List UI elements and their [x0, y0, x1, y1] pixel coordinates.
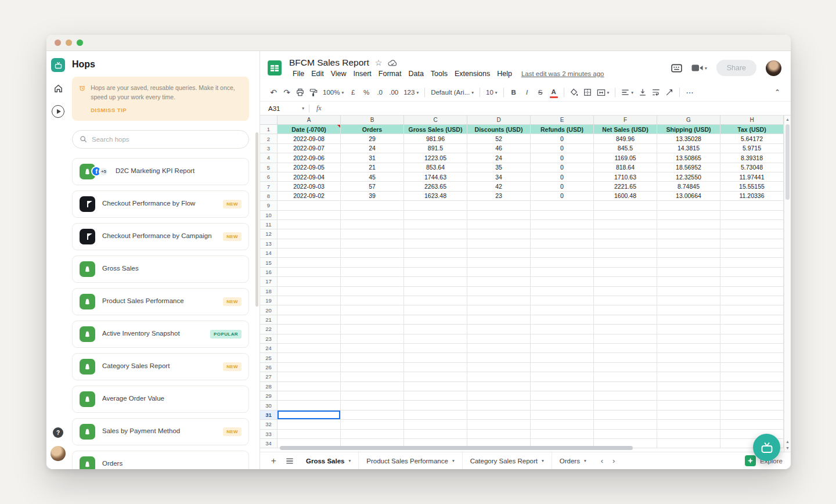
vertical-align-button[interactable] — [636, 85, 649, 99]
cell-E17[interactable] — [531, 277, 594, 286]
cell-B17[interactable] — [341, 277, 404, 286]
row-header-1[interactable]: 1 — [260, 125, 278, 134]
search-box[interactable] — [72, 130, 249, 149]
cell-G12[interactable] — [657, 229, 720, 239]
cell-B1[interactable]: Orders — [341, 125, 404, 134]
cell-C22[interactable] — [404, 325, 467, 334]
cell-C7[interactable]: 2263.65 — [404, 182, 467, 191]
cell-A33[interactable] — [278, 430, 341, 439]
close-window-button[interactable] — [55, 39, 61, 46]
column-header-G[interactable]: G — [657, 116, 720, 125]
home-icon[interactable] — [51, 81, 65, 95]
cell-F18[interactable] — [594, 287, 657, 296]
scroll-tabs-right-icon[interactable]: › — [612, 456, 615, 465]
cell-G24[interactable] — [657, 344, 720, 353]
cell-E33[interactable] — [531, 430, 594, 439]
cell-B18[interactable] — [341, 287, 404, 296]
cell-A9[interactable] — [278, 201, 341, 210]
cell-F16[interactable] — [594, 268, 657, 277]
cell-H23[interactable] — [720, 334, 784, 344]
cell-G31[interactable] — [657, 411, 720, 420]
search-input[interactable] — [92, 136, 242, 143]
row-header-8[interactable]: 8 — [260, 192, 278, 201]
cell-F30[interactable] — [594, 401, 657, 410]
cell-B31[interactable] — [341, 411, 404, 420]
cell-A16[interactable] — [278, 268, 341, 277]
column-header-C[interactable]: C — [404, 116, 467, 125]
font-size-select[interactable]: 10▾ — [484, 85, 500, 99]
cell-F20[interactable] — [594, 305, 657, 315]
cell-E24[interactable] — [531, 344, 594, 353]
cell-D22[interactable] — [467, 325, 531, 334]
row-header-20[interactable]: 20 — [260, 305, 278, 315]
cell-C25[interactable] — [404, 353, 467, 362]
add-sheet-button[interactable]: ＋ — [266, 454, 281, 468]
zoom-window-button[interactable] — [77, 39, 83, 46]
cell-D3[interactable]: 46 — [467, 144, 531, 153]
cell-E21[interactable] — [531, 315, 594, 325]
cell-G27[interactable] — [657, 372, 720, 381]
cell-G18[interactable] — [657, 287, 720, 296]
cell-F8[interactable]: 1600.48 — [594, 192, 657, 201]
cell-E22[interactable] — [531, 325, 594, 334]
cell-E3[interactable]: 0 — [531, 144, 594, 153]
cell-E7[interactable]: 0 — [531, 182, 594, 191]
cell-D28[interactable] — [467, 382, 531, 391]
cell-C3[interactable]: 891.5 — [404, 144, 467, 153]
hop-list-item-gross-sales[interactable]: Gross Sales — [72, 255, 249, 283]
cell-D4[interactable]: 24 — [467, 153, 531, 163]
cell-H8[interactable]: 11.20336 — [720, 192, 784, 201]
font-family-select[interactable]: Default (Ari...▾ — [428, 85, 476, 99]
cell-F28[interactable] — [594, 382, 657, 391]
row-header-30[interactable]: 30 — [260, 401, 278, 410]
cell-D19[interactable] — [467, 296, 531, 305]
cell-C10[interactable] — [404, 211, 467, 220]
cell-H14[interactable] — [720, 249, 784, 258]
cell-D24[interactable] — [467, 344, 531, 353]
row-header-16[interactable]: 16 — [260, 268, 278, 277]
row-header-34[interactable]: 34 — [260, 439, 278, 448]
cell-G21[interactable] — [657, 315, 720, 325]
cell-F21[interactable] — [594, 315, 657, 325]
cell-D8[interactable]: 23 — [467, 192, 531, 201]
cell-G29[interactable] — [657, 391, 720, 401]
chat-widget-button[interactable] — [753, 434, 780, 461]
menu-data[interactable]: Data — [405, 69, 427, 78]
cell-H26[interactable] — [720, 363, 784, 372]
meet-presentation-control[interactable]: ▾ — [691, 64, 707, 72]
cell-B11[interactable] — [341, 220, 404, 229]
cell-A1[interactable]: Date (-0700) — [278, 125, 341, 134]
cell-G14[interactable] — [657, 249, 720, 258]
sidebar-scrollbar[interactable] — [255, 132, 258, 307]
cell-G19[interactable] — [657, 296, 720, 305]
vertical-scroll-thumb[interactable] — [785, 124, 790, 200]
cell-C1[interactable]: Gross Sales (USD) — [404, 125, 467, 134]
row-header-23[interactable]: 23 — [260, 334, 278, 344]
cell-D33[interactable] — [467, 430, 531, 439]
row-header-32[interactable]: 32 — [260, 420, 278, 429]
cell-C4[interactable]: 1223.05 — [404, 153, 467, 163]
cell-C12[interactable] — [404, 229, 467, 239]
cell-D9[interactable] — [467, 201, 531, 210]
format-currency-button[interactable]: £ — [347, 85, 359, 99]
grid-corner[interactable] — [260, 116, 278, 125]
cell-H32[interactable] — [720, 420, 784, 429]
cell-A29[interactable] — [278, 391, 341, 401]
cell-C8[interactable]: 1623.48 — [404, 192, 467, 201]
cell-B19[interactable] — [341, 296, 404, 305]
cell-G4[interactable]: 13.50865 — [657, 153, 720, 163]
cell-F6[interactable]: 1710.63 — [594, 172, 657, 182]
cell-A8[interactable]: 2022-09-02 — [278, 192, 341, 201]
undo-button[interactable]: ↶ — [267, 85, 280, 99]
cell-H30[interactable] — [720, 401, 784, 410]
cell-C17[interactable] — [404, 277, 467, 286]
cell-H16[interactable] — [720, 268, 784, 277]
text-wrap-button[interactable] — [650, 85, 662, 99]
cell-F14[interactable] — [594, 249, 657, 258]
cell-F4[interactable]: 1169.05 — [594, 153, 657, 163]
run-queries-icon[interactable] — [51, 105, 65, 118]
row-header-5[interactable]: 5 — [260, 163, 278, 172]
hop-list-item-checkout-performance-by-flow[interactable]: Checkout Performance by FlowNEW — [72, 190, 249, 218]
cell-B5[interactable]: 21 — [341, 163, 404, 172]
cell-B3[interactable]: 24 — [341, 144, 404, 153]
